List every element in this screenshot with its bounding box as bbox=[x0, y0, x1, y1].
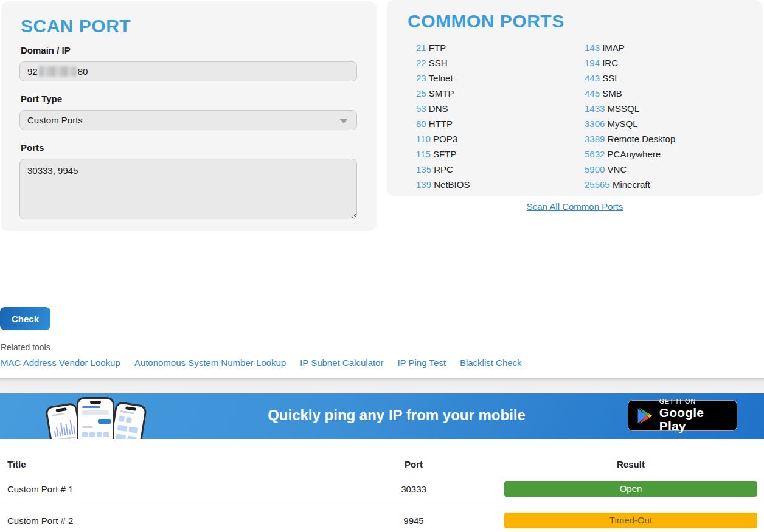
common-port-item[interactable]: 5900 VNC bbox=[585, 162, 743, 177]
google-play-badge[interactable]: GET IT ON Google Play bbox=[628, 400, 737, 431]
results-body: Custom Port # 1 30333 Open Custom Port #… bbox=[0, 473, 764, 532]
page: SCAN PORT Domain / IP 92 80 Port Type Cu… bbox=[0, 0, 764, 532]
port-number: 3389 bbox=[585, 134, 605, 144]
port-number: 22 bbox=[416, 58, 426, 68]
header-port: Port bbox=[365, 459, 462, 469]
common-port-item[interactable]: 443 SSL bbox=[585, 71, 743, 86]
common-port-item[interactable]: 80 HTTP bbox=[416, 116, 575, 131]
port-name: SMB bbox=[602, 88, 622, 98]
phone-mockup-center bbox=[77, 397, 114, 439]
port-name: VNC bbox=[608, 164, 627, 174]
port-number: 25565 bbox=[585, 179, 610, 190]
check-button[interactable]: Check bbox=[0, 307, 50, 330]
port-number: 443 bbox=[585, 73, 600, 83]
port-number: 5632 bbox=[585, 149, 605, 159]
common-port-item[interactable]: 115 SFTP bbox=[416, 147, 575, 162]
common-port-item[interactable]: 23 Telnet bbox=[416, 71, 575, 86]
common-port-item[interactable]: 445 SMB bbox=[585, 86, 743, 101]
related-tools-label: Related tools bbox=[1, 342, 50, 352]
port-number: 143 bbox=[585, 43, 600, 53]
common-port-item[interactable]: 21 FTP bbox=[416, 40, 575, 55]
port-name: SSL bbox=[602, 73, 619, 83]
row-title: Custom Port # 1 bbox=[0, 484, 365, 494]
divider-strip bbox=[0, 378, 764, 393]
related-tools-nav: MAC Address Vendor LookupAutonomous Syst… bbox=[1, 358, 522, 368]
port-name: MSSQL bbox=[608, 103, 640, 114]
status-badge: Timed-Out bbox=[504, 513, 757, 528]
common-port-item[interactable]: 110 POP3 bbox=[416, 131, 575, 147]
table-row: Custom Port # 2 9945 Timed-Out bbox=[0, 505, 764, 532]
port-number: 135 bbox=[416, 164, 431, 174]
row-port: 9945 bbox=[365, 516, 462, 526]
ports-label: Ports bbox=[21, 142, 357, 153]
related-tool-link[interactable]: Blacklist Check bbox=[460, 358, 522, 368]
common-port-item[interactable]: 139 NetBIOS bbox=[416, 177, 575, 192]
port-type-label: Port Type bbox=[21, 94, 357, 104]
common-port-item[interactable]: 25565 Minecraft bbox=[585, 177, 743, 192]
port-number: 115 bbox=[416, 149, 431, 159]
port-name: NetBIOS bbox=[434, 179, 470, 190]
related-tool-link[interactable]: MAC Address Vendor Lookup bbox=[1, 358, 120, 368]
common-port-item[interactable]: 143 IMAP bbox=[585, 40, 743, 55]
common-ports-panel: COMMON PORTS 21 FTP22 SSH23 Telnet25 SMT… bbox=[387, 0, 763, 196]
port-name: Minecraft bbox=[613, 179, 650, 190]
related-tool-link[interactable]: IP Ping Test bbox=[397, 358, 446, 368]
scan-all-common-ports-link[interactable]: Scan All Common Ports bbox=[387, 201, 763, 212]
results-header-row: Title Port Result bbox=[0, 439, 764, 473]
port-number: 5900 bbox=[585, 164, 605, 174]
port-name: IRC bbox=[602, 58, 618, 68]
common-ports-columns: 21 FTP22 SSH23 Telnet25 SMTP53 DNS80 HTT… bbox=[406, 40, 743, 192]
common-port-item[interactable]: 3306 MySQL bbox=[585, 116, 743, 131]
related-tool-link[interactable]: Autonomous System Number Lookup bbox=[134, 358, 286, 368]
blurred-ip-segment bbox=[39, 66, 77, 77]
common-port-item[interactable]: 53 DNS bbox=[416, 101, 575, 116]
port-type-selected-value: Custom Ports bbox=[27, 115, 83, 125]
port-type-select[interactable]: Custom Ports bbox=[19, 110, 357, 130]
port-number: 53 bbox=[416, 103, 426, 114]
port-name: FTP bbox=[429, 43, 446, 53]
badge-line1: GET IT ON bbox=[659, 398, 728, 406]
port-name: SMTP bbox=[429, 88, 454, 98]
common-port-item[interactable]: 1433 MSSQL bbox=[585, 101, 743, 116]
domain-ip-input[interactable]: 92 80 bbox=[19, 61, 357, 81]
chevron-down-icon bbox=[339, 119, 348, 123]
header-title: Title bbox=[0, 459, 365, 469]
google-play-icon bbox=[637, 407, 653, 425]
google-play-badge-text: GET IT ON Google Play bbox=[659, 398, 728, 434]
table-row: Custom Port # 1 30333 Open bbox=[0, 473, 764, 505]
port-name: HTTP bbox=[429, 119, 453, 129]
common-ports-title: COMMON PORTS bbox=[408, 11, 743, 32]
header-result: Result bbox=[462, 459, 764, 469]
badge-line2: Google Play bbox=[659, 406, 728, 433]
common-port-item[interactable]: 5632 PCAnywhere bbox=[585, 147, 743, 162]
port-name: SFTP bbox=[433, 149, 456, 159]
port-number: 21 bbox=[416, 43, 426, 53]
port-name: Remote Desktop bbox=[608, 134, 676, 144]
common-port-item[interactable]: 25 SMTP bbox=[416, 86, 575, 101]
common-port-item[interactable]: 135 RPC bbox=[416, 162, 575, 177]
common-ports-right-column: 143 IMAP194 IRC443 SSL445 SMB1433 MSSQL3… bbox=[575, 40, 743, 192]
port-number: 1433 bbox=[585, 103, 605, 114]
related-tool-link[interactable]: IP Subnet Calculator bbox=[300, 358, 383, 368]
port-name: POP3 bbox=[433, 134, 457, 144]
domain-value-prefix: 92 bbox=[27, 66, 38, 77]
port-name: Telnet bbox=[429, 73, 453, 83]
common-port-item[interactable]: 22 SSH bbox=[416, 55, 575, 71]
domain-ip-label: Domain / IP bbox=[21, 45, 357, 55]
port-name: DNS bbox=[429, 103, 448, 114]
row-title: Custom Port # 2 bbox=[0, 516, 365, 526]
port-name: SSH bbox=[429, 58, 448, 68]
common-port-item[interactable]: 3389 Remote Desktop bbox=[585, 131, 743, 147]
domain-value-suffix: 80 bbox=[78, 66, 88, 77]
common-ports-left-column: 21 FTP22 SSH23 Telnet25 SMTP53 DNS80 HTT… bbox=[406, 40, 575, 192]
port-number: 445 bbox=[585, 88, 600, 98]
port-number: 80 bbox=[416, 119, 426, 129]
port-number: 110 bbox=[416, 134, 431, 144]
ports-textarea[interactable]: 30333, 9945 bbox=[19, 159, 357, 219]
port-name: PCAnywhere bbox=[608, 149, 661, 159]
port-name: MySQL bbox=[608, 119, 638, 129]
port-number: 25 bbox=[416, 88, 426, 98]
status-badge: Open bbox=[504, 481, 757, 497]
row-port: 30333 bbox=[365, 484, 462, 494]
common-port-item[interactable]: 194 IRC bbox=[585, 55, 743, 71]
